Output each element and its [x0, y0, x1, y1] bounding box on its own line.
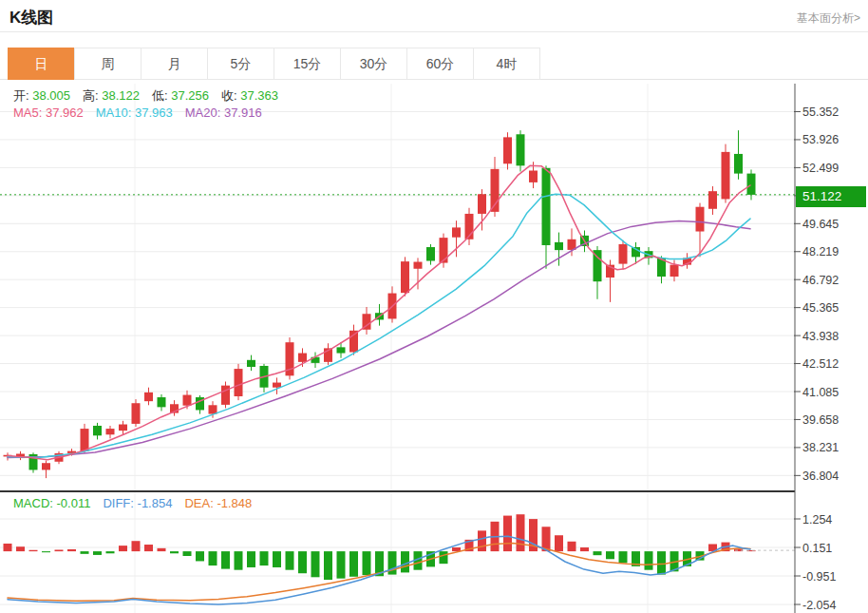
macd-bar: [594, 551, 602, 555]
legend-label: DIFF:: [103, 496, 134, 510]
price-axis-label: 52.499: [802, 162, 839, 175]
macd-bar: [158, 548, 166, 551]
candle: [273, 383, 281, 388]
candle: [144, 393, 153, 401]
candle: [132, 403, 141, 424]
macd-axis-label: 1.254: [802, 513, 832, 527]
tab-period-3[interactable]: 月: [141, 48, 208, 80]
macd-axis-label: -2.054: [802, 599, 836, 612]
ohlc-row-item: 收: 37.363: [221, 88, 278, 103]
macd-bar: [298, 551, 307, 573]
price-axis-label: 48.219: [802, 245, 839, 259]
candle: [555, 242, 563, 250]
macd-bar: [260, 551, 269, 565]
macd-bar: [273, 551, 281, 567]
macd-bar: [221, 551, 230, 568]
macd-bar: [4, 544, 12, 551]
price-axis-label: 49.645: [802, 218, 839, 231]
legend-label: 低:: [152, 88, 168, 103]
legend-value: 37.256: [171, 88, 209, 103]
candle: [119, 425, 127, 431]
macd-row-item: DIFF: -1.854: [103, 496, 172, 510]
macd-bar: [81, 551, 89, 554]
macd-bar: [555, 535, 563, 551]
legend-label: MA20:: [185, 105, 221, 120]
price-axis-label: 46.792: [802, 274, 839, 287]
candle: [183, 395, 192, 406]
candle: [452, 227, 461, 237]
candle: [158, 397, 166, 407]
candle: [440, 238, 448, 262]
legend-value: -0.011: [57, 496, 91, 510]
candle: [670, 265, 679, 277]
tab-period-8[interactable]: 4时: [473, 48, 540, 80]
macd-legend: MACD: -0.011DIFF: -1.854DEA: -1.848: [13, 496, 264, 510]
macd-bar: [93, 551, 102, 555]
candle: [696, 207, 705, 232]
price-axis-label: 43.938: [802, 330, 839, 343]
macd-bar: [517, 514, 525, 551]
macd-bar: [337, 551, 346, 579]
tab-period-6[interactable]: 30分: [340, 48, 407, 80]
candle: [747, 174, 756, 195]
tab-period-5[interactable]: 15分: [274, 48, 341, 80]
candle: [337, 347, 346, 353]
macd-bar: [119, 546, 127, 551]
macd-bar: [170, 551, 179, 553]
macd-bar: [235, 551, 243, 570]
page-title: K线图: [9, 7, 53, 29]
price-axis-label: 42.512: [802, 357, 839, 371]
legend-value: -1.854: [138, 496, 173, 510]
macd-bar: [106, 551, 115, 553]
ohlc-row-item: 高: 38.122: [83, 88, 140, 103]
ma-row-item: MA10: 37.963: [96, 105, 173, 120]
ohlc-row-item: 开: 38.005: [13, 88, 70, 103]
macd-axis-label: -0.951: [802, 570, 836, 584]
macd-bar: [286, 551, 294, 570]
legend-value: 37.916: [224, 105, 262, 120]
candle: [247, 360, 255, 367]
tab-period-1[interactable]: 日: [8, 48, 75, 80]
candle: [42, 463, 50, 469]
legend-value: 37.963: [135, 105, 173, 120]
legend-label: DEA:: [184, 496, 213, 510]
ohlc-row-item: 低: 37.256: [152, 88, 209, 103]
chart-area: 55.35253.92652.49949.64548.21946.79245.3…: [0, 84, 868, 613]
price-axis-label: 38.231: [802, 441, 839, 454]
candle: [619, 244, 628, 264]
price-gridlines: [0, 112, 801, 476]
candle: [93, 426, 102, 435]
header-divider: [0, 31, 868, 32]
kline-chart[interactable]: 55.35253.92652.49949.64548.21946.79245.3…: [0, 84, 868, 613]
candle: [414, 262, 423, 269]
candle: [298, 354, 307, 362]
legend-value: -1.848: [217, 496, 252, 510]
legend-label: MA5:: [13, 105, 42, 120]
legend-label: 开:: [13, 88, 29, 103]
candle: [503, 137, 512, 163]
macd-bar: [478, 530, 486, 551]
candle: [708, 191, 717, 209]
legend-label: MA10:: [96, 105, 132, 120]
price-axis-label: 53.926: [802, 133, 839, 146]
candle: [426, 247, 435, 260]
candle: [209, 405, 217, 413]
legend-label: 高:: [83, 88, 99, 103]
legend-label: MACD:: [13, 496, 53, 510]
tab-period-2[interactable]: 周: [74, 48, 142, 80]
macd-bar: [29, 550, 38, 551]
ma-legend: MA5: 37.962MA10: 37.963MA20: 37.916: [13, 105, 274, 120]
tab-period-4[interactable]: 5分: [207, 48, 274, 80]
legend-value: 38.122: [102, 88, 140, 103]
ma10-line: [8, 194, 750, 457]
period-tab-bar: 日周月5分15分30分60分4时: [0, 48, 868, 80]
tab-period-7[interactable]: 60分: [406, 48, 474, 80]
fundamental-analysis-link[interactable]: 基本面分析>: [797, 10, 860, 27]
ohlc-legend: 开: 38.005高: 38.122低: 37.256收: 37.363: [13, 87, 291, 105]
ma-row-item: MA20: 37.916: [185, 105, 262, 120]
macd-bar: [247, 551, 255, 567]
macd-bar: [16, 546, 25, 551]
macd-bar: [440, 551, 448, 564]
macd-bar: [311, 551, 320, 577]
macd-bar: [580, 547, 589, 551]
